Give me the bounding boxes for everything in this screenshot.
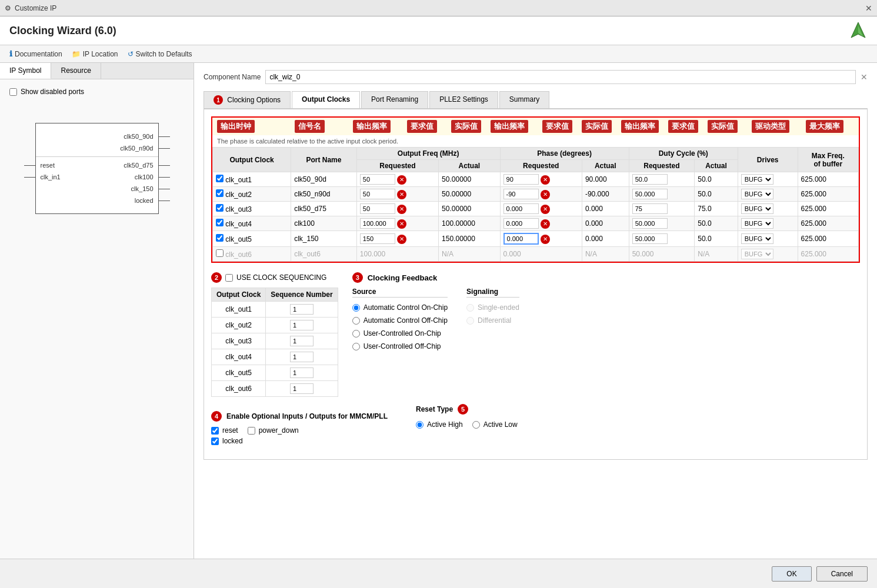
drives-select-1[interactable]: BUFG (741, 189, 773, 199)
right-panel: Component Name ✕ 1 Clocking Options Outp… (194, 63, 877, 559)
tab-ip-symbol[interactable]: IP Symbol (0, 63, 51, 79)
component-name-input[interactable] (265, 70, 856, 84)
port-row-both-2: clk_in1 clk100 (36, 171, 158, 183)
show-disabled-checkbox[interactable] (9, 88, 17, 96)
row-checkbox-5[interactable] (216, 249, 224, 257)
tab-output-clocks[interactable]: Output Clocks (292, 91, 360, 108)
freq-req-input-3[interactable] (360, 218, 395, 229)
phase-req-clear-4[interactable]: ✕ (541, 235, 550, 244)
cell-freq-act-3: 100.00000 (439, 216, 500, 231)
drives-select-3[interactable]: BUFG (741, 218, 773, 229)
th-output-clock: Output Clock (213, 148, 291, 172)
port-line-clk50-n90d (158, 148, 170, 149)
freq-req-input-4[interactable] (360, 233, 395, 244)
radio-auto-on-chip-label: Automatic Control On-Chip (364, 303, 448, 312)
use-clock-seq-checkbox[interactable] (225, 274, 233, 282)
row-checkbox-1[interactable] (216, 189, 224, 197)
cell-duty-req-3 (629, 216, 695, 231)
th-port-name: Port Name (291, 148, 357, 172)
show-disabled-label: Show disabled ports (21, 88, 84, 96)
row-checkbox-3[interactable] (216, 219, 224, 226)
radio-single-ended-input[interactable] (466, 304, 474, 312)
phase-req-input-2[interactable] (503, 203, 539, 214)
cancel-button[interactable]: Cancel (816, 566, 868, 582)
freq-req-clear-1[interactable]: ✕ (397, 190, 406, 199)
enable-power-down-checkbox[interactable] (248, 427, 255, 435)
clocks-table: Output Clock Port Name Output Freq (MHz)… (212, 147, 859, 262)
seq-num-input-4[interactable] (290, 368, 314, 378)
freq-req-input-0[interactable] (360, 174, 395, 185)
radio-active-high-input[interactable] (416, 421, 424, 429)
tab-port-renaming[interactable]: Port Renaming (361, 91, 428, 108)
radio-active-low-input[interactable] (472, 421, 480, 429)
radio-auto-off-chip-label: Automatic Control Off-Chip (364, 316, 448, 325)
drives-select-0[interactable]: BUFG (741, 174, 773, 185)
freq-req-input-2[interactable] (360, 203, 395, 214)
component-name-close-icon[interactable]: ✕ (861, 72, 868, 82)
note-text: The phase is calculated relative to the … (212, 135, 859, 147)
freq-req-input-1[interactable] (360, 189, 395, 199)
drives-select-2[interactable]: BUFG (741, 203, 773, 214)
circle-num-4: 4 (211, 411, 222, 422)
freq-req-clear-3[interactable]: ✕ (397, 219, 406, 229)
cell-phase-req-0: ✕ (500, 172, 582, 187)
seq-num-input-5[interactable] (290, 383, 314, 394)
documentation-link[interactable]: ℹ Documentation (9, 49, 62, 58)
seq-cell-num-5 (266, 381, 338, 397)
ok-button[interactable]: OK (772, 566, 811, 582)
switch-to-defaults-link[interactable]: ↺ Switch to Defaults (128, 50, 192, 58)
cf-title: Clocking Feedback (368, 273, 437, 282)
radio-differential-input[interactable] (466, 317, 474, 325)
reset-type-section: Reset Type 5 Active High Active Low (416, 404, 518, 430)
duty-req-input-3[interactable] (632, 218, 668, 229)
tab-plle2-settings[interactable]: PLLE2 Settings (429, 91, 498, 108)
enable-locked-checkbox[interactable] (211, 437, 219, 445)
row-checkbox-4[interactable] (216, 234, 224, 242)
cell-phase-req-3: ✕ (500, 216, 582, 231)
phase-req-input-4[interactable] (503, 233, 539, 245)
duty-req-input-1[interactable] (632, 189, 668, 199)
seq-cell-num-2 (266, 333, 338, 349)
radio-auto-off-chip-input[interactable] (352, 317, 360, 325)
freq-req-clear-4[interactable]: ✕ (397, 235, 406, 244)
table-row: clk_out4 clk100 ✕ 100.00000 ✕ 0.000 50.0… (213, 216, 859, 231)
seq-num-input-0[interactable] (290, 304, 314, 315)
seq-num-input-2[interactable] (290, 336, 314, 346)
annotation-duty: 输出频率 (621, 120, 659, 133)
duty-req-input-4[interactable] (632, 233, 668, 244)
tab-clocking-options[interactable]: 1 Clocking Options (204, 91, 291, 108)
tab-resource[interactable]: Resource (51, 63, 101, 79)
close-icon[interactable]: ✕ (865, 4, 872, 13)
freq-req-clear-2[interactable]: ✕ (397, 205, 406, 214)
phase-req-clear-3[interactable]: ✕ (541, 219, 550, 229)
radio-user-on-chip-input[interactable] (352, 330, 360, 338)
freq-req-clear-0[interactable]: ✕ (397, 175, 406, 185)
radio-single-ended-label: Single-ended (478, 303, 519, 312)
radio-user-off-chip-input[interactable] (352, 343, 360, 350)
annotation-max-freq: 最大频率 (806, 120, 843, 133)
radio-user-off-chip-label: User-Controlled Off-Chip (364, 342, 441, 350)
tab-summary[interactable]: Summary (499, 91, 549, 108)
seq-cell-num-1 (266, 318, 338, 333)
phase-req-clear-1[interactable]: ✕ (541, 190, 550, 199)
row-checkbox-2[interactable] (216, 204, 224, 212)
ip-location-link[interactable]: 📁 IP Location (72, 50, 118, 58)
drives-select-5[interactable]: BUFG (741, 249, 773, 259)
duty-req-input-0[interactable] (632, 174, 668, 185)
phase-req-input-1[interactable] (503, 189, 539, 199)
enable-reset-checkbox[interactable] (211, 427, 219, 435)
phase-req-input-3[interactable] (503, 218, 539, 229)
radio-active-low-label: Active Low (483, 420, 518, 429)
radio-auto-on-chip-input[interactable] (352, 304, 360, 312)
main-header: Clocking Wizard (6.0) (0, 16, 877, 45)
phase-req-clear-0[interactable]: ✕ (541, 175, 550, 185)
seq-num-input-3[interactable] (290, 352, 314, 362)
left-panel-content: Show disabled ports clk50_90d clk50_n90d (0, 79, 194, 219)
phase-req-clear-2[interactable]: ✕ (541, 205, 550, 214)
seq-num-input-1[interactable] (290, 320, 314, 330)
port-row-locked: locked (36, 195, 158, 206)
drives-select-4[interactable]: BUFG (741, 233, 773, 244)
duty-req-input-2[interactable] (632, 203, 668, 214)
row-checkbox-0[interactable] (216, 175, 224, 182)
phase-req-input-0[interactable] (503, 174, 539, 185)
